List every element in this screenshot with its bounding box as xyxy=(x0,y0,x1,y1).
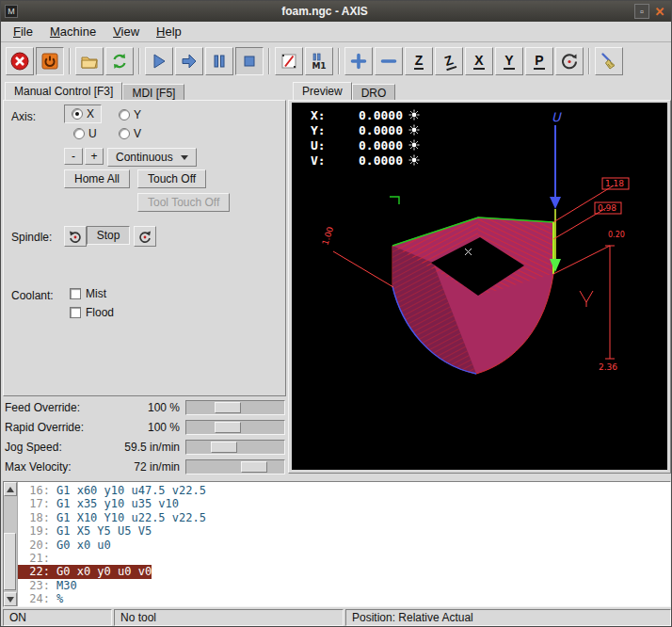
axis-radio-v[interactable]: V xyxy=(119,127,141,140)
spindle-label: Spindle: xyxy=(11,231,52,244)
rapid-override-label: Rapid Override: xyxy=(5,421,103,434)
svg-text:0.98: 0.98 xyxy=(598,203,616,213)
titlebar[interactable]: M foam.ngc - AXIS ▫ ✕ xyxy=(1,1,671,22)
run-button[interactable] xyxy=(145,47,173,75)
zoom-in-button[interactable] xyxy=(344,47,373,75)
toolbar-separator xyxy=(138,48,140,74)
gcode-line[interactable]: 21: xyxy=(18,552,670,565)
gcode-line[interactable]: 20:G0 x0 u0 xyxy=(18,539,670,552)
axis-radio-y[interactable]: Y xyxy=(119,108,141,121)
jog-mode-dropdown[interactable]: Continuous xyxy=(107,148,197,167)
preview-canvas[interactable]: X: 0.0000 Y: 0.0000 U: 0.0000 V: 0.0000 xyxy=(292,103,667,470)
slider-handle[interactable] xyxy=(211,442,237,453)
axis-x-label: X xyxy=(87,107,94,121)
radio-v-icon xyxy=(119,128,130,139)
gcode-line[interactable]: 24:% xyxy=(18,592,670,605)
reload-button[interactable] xyxy=(105,47,134,75)
gcode-preview-plot: U 1.18 0.98 0.20 2.36 xyxy=(292,103,667,470)
axis-radio-x[interactable]: X xyxy=(64,104,102,123)
perspective-view-icon: P xyxy=(534,54,544,70)
spindle-stop-button[interactable]: Stop xyxy=(87,226,130,245)
mist-checkbox-icon xyxy=(70,288,81,299)
stop-icon xyxy=(239,51,260,72)
svg-text:1.18: 1.18 xyxy=(605,179,624,188)
toolbar-separator xyxy=(588,48,590,74)
mist-label: Mist xyxy=(86,287,106,300)
gcode-line[interactable]: 19:G1 X5 Y5 U5 V5 xyxy=(18,524,670,538)
tab-dro[interactable]: DRO xyxy=(352,84,396,100)
rapid-override-slider[interactable] xyxy=(185,420,285,435)
toolbar-separator xyxy=(268,48,270,74)
svg-text:2.36: 2.36 xyxy=(599,362,617,372)
view-x-button[interactable]: X xyxy=(465,47,493,75)
jog-minus-button[interactable]: - xyxy=(64,148,83,165)
feed-override-slider[interactable] xyxy=(185,400,285,415)
window-icon: M xyxy=(5,5,18,18)
broom-icon xyxy=(599,51,619,72)
step-button[interactable] xyxy=(175,47,203,75)
close-icon[interactable]: ✕ xyxy=(652,4,667,19)
radio-y-icon xyxy=(119,109,130,121)
jog-speed-value: 59.5 in/min xyxy=(103,441,185,454)
slider-handle[interactable] xyxy=(215,422,241,433)
axis-label: Axis: xyxy=(11,110,36,123)
gcode-line-active[interactable]: 22:G0 x0 y0 u0 v0 xyxy=(18,565,670,578)
axis-radio-u[interactable]: U xyxy=(73,127,97,140)
slider-handle[interactable] xyxy=(215,402,241,413)
spindle-ccw-button[interactable] xyxy=(64,226,87,247)
tab-manual-control[interactable]: Manual Control [F3] xyxy=(5,82,122,100)
scrollbar-thumb[interactable] xyxy=(4,533,16,590)
touch-off-button[interactable]: Touch Off xyxy=(137,169,206,188)
estop-button[interactable] xyxy=(6,47,34,75)
gcode-line[interactable]: 23:M30 xyxy=(18,579,670,592)
mist-checkbox[interactable]: Mist xyxy=(70,287,106,300)
zoom-out-button[interactable] xyxy=(375,47,403,75)
view-y-button[interactable]: Y xyxy=(495,47,523,75)
rapid-override-value: 100 % xyxy=(103,421,185,434)
shade-button[interactable]: ▫ xyxy=(634,4,649,19)
max-velocity-slider[interactable] xyxy=(185,459,285,474)
spindle-cw-button[interactable] xyxy=(134,226,156,247)
slash-block-icon xyxy=(279,51,299,72)
scroll-down-icon[interactable] xyxy=(4,592,17,606)
radio-u-icon xyxy=(73,128,85,139)
power-icon xyxy=(40,51,60,72)
right-tabbar: Preview DRO xyxy=(293,82,395,100)
open-file-button[interactable] xyxy=(75,47,104,75)
flood-checkbox[interactable]: Flood xyxy=(70,306,114,319)
jog-speed-slider[interactable] xyxy=(185,440,285,455)
clear-plot-button[interactable] xyxy=(595,47,623,75)
view-perspective-button[interactable]: P xyxy=(525,47,553,75)
estop-icon xyxy=(9,51,30,72)
home-all-button[interactable]: Home All xyxy=(64,169,130,188)
view-z-button[interactable]: Z xyxy=(405,47,433,75)
scroll-up-icon[interactable] xyxy=(4,482,17,496)
menu-machine[interactable]: Machine xyxy=(41,23,104,40)
toolbar-separator xyxy=(338,48,340,74)
skip-lines-toggle[interactable] xyxy=(275,47,303,75)
gcode-line[interactable]: 18:G1 X10 Y10 u22.5 v22.5 xyxy=(18,511,670,524)
tool-touch-off-button: Tool Touch Off xyxy=(137,193,230,212)
slider-handle[interactable] xyxy=(241,461,267,473)
optional-pause-toggle[interactable]: M1 xyxy=(305,47,333,75)
rotate-view-button[interactable] xyxy=(555,47,584,75)
gcode-line[interactable]: 16:G1 x60 y10 u47.5 v22.5 xyxy=(18,484,670,497)
menu-file[interactable]: File xyxy=(5,23,41,40)
tab-preview[interactable]: Preview xyxy=(293,82,352,100)
scrollbar-trough[interactable] xyxy=(4,496,17,592)
pause-button[interactable] xyxy=(205,47,233,75)
jog-plus-button[interactable]: + xyxy=(85,148,104,165)
chevron-down-icon xyxy=(181,155,188,160)
menu-view[interactable]: View xyxy=(104,23,148,40)
plus-icon xyxy=(348,51,369,72)
gcode-listing: 16:G1 x60 y10 u47.5 v22.5 17:G1 x35 y10 … xyxy=(3,481,671,607)
tab-mdi[interactable]: MDI [F5] xyxy=(122,84,184,100)
gcode-line[interactable]: 17:G1 x35 y10 u35 v10 xyxy=(18,497,670,510)
rapid-override-row: Rapid Override: 100 % xyxy=(5,419,285,436)
machine-power-button[interactable] xyxy=(36,47,64,75)
menu-help[interactable]: Help xyxy=(148,23,190,40)
z-rotated-view-icon: Z xyxy=(441,52,456,70)
view-z-rotated-button[interactable]: Z xyxy=(435,47,463,75)
gcode-scrollbar[interactable] xyxy=(4,482,18,606)
stop-button[interactable] xyxy=(235,47,264,75)
